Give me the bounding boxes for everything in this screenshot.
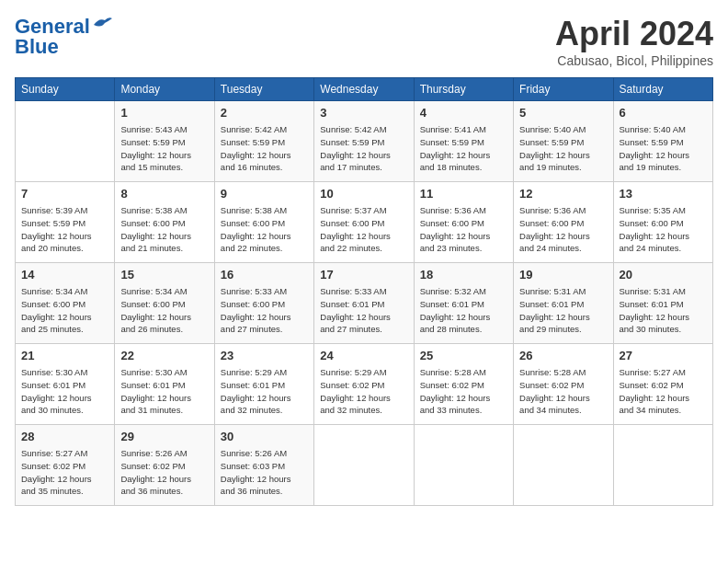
weekday-header-thursday: Thursday (414, 78, 513, 101)
day-number: 10 (320, 186, 407, 202)
calendar-cell: 21Sunrise: 5:30 AMSunset: 6:01 PMDayligh… (16, 344, 115, 425)
title-block: April 2024 Cabusao, Bicol, Philippines (555, 15, 713, 68)
day-number: 7 (21, 186, 108, 202)
day-number: 19 (519, 267, 607, 283)
day-number: 17 (320, 267, 407, 283)
weekday-header-tuesday: Tuesday (214, 78, 313, 101)
calendar-cell: 24Sunrise: 5:29 AMSunset: 6:02 PMDayligh… (314, 344, 414, 425)
day-number: 20 (620, 267, 707, 283)
day-info: Sunrise: 5:35 AMSunset: 6:00 PMDaylight:… (620, 204, 707, 255)
day-number: 8 (120, 186, 208, 202)
weekday-header-friday: Friday (514, 78, 613, 101)
day-info: Sunrise: 5:34 AMSunset: 6:00 PMDaylight:… (120, 285, 208, 336)
day-info: Sunrise: 5:29 AMSunset: 6:02 PMDaylight:… (320, 366, 407, 417)
calendar-cell: 20Sunrise: 5:31 AMSunset: 6:01 PMDayligh… (613, 263, 712, 344)
day-number: 14 (21, 267, 108, 283)
calendar-cell: 15Sunrise: 5:34 AMSunset: 6:00 PMDayligh… (115, 263, 214, 344)
day-number: 28 (21, 429, 108, 445)
weekday-header-sunday: Sunday (16, 78, 115, 101)
page-header: General Blue April 2024 Cabusao, Bicol, … (15, 15, 713, 68)
day-number: 23 (221, 348, 308, 364)
day-number: 27 (620, 348, 707, 364)
calendar-cell: 23Sunrise: 5:29 AMSunset: 6:01 PMDayligh… (214, 344, 313, 425)
day-number: 4 (420, 105, 507, 121)
calendar-table: SundayMondayTuesdayWednesdayThursdayFrid… (15, 77, 713, 506)
day-info: Sunrise: 5:29 AMSunset: 6:01 PMDaylight:… (221, 366, 308, 417)
day-info: Sunrise: 5:38 AMSunset: 6:00 PMDaylight:… (221, 204, 308, 255)
day-number: 29 (120, 429, 208, 445)
day-info: Sunrise: 5:30 AMSunset: 6:01 PMDaylight:… (21, 366, 108, 417)
day-info: Sunrise: 5:28 AMSunset: 6:02 PMDaylight:… (519, 366, 607, 417)
day-info: Sunrise: 5:31 AMSunset: 6:01 PMDaylight:… (620, 285, 707, 336)
calendar-cell: 4Sunrise: 5:41 AMSunset: 5:59 PMDaylight… (414, 101, 513, 182)
day-info: Sunrise: 5:37 AMSunset: 6:00 PMDaylight:… (320, 204, 407, 255)
weekday-header-monday: Monday (115, 78, 214, 101)
day-number: 24 (320, 348, 407, 364)
day-info: Sunrise: 5:41 AMSunset: 5:59 PMDaylight:… (420, 123, 507, 174)
calendar-cell: 2Sunrise: 5:42 AMSunset: 5:59 PMDaylight… (214, 101, 313, 182)
day-info: Sunrise: 5:26 AMSunset: 6:03 PMDaylight:… (221, 447, 308, 498)
day-info: Sunrise: 5:40 AMSunset: 5:59 PMDaylight:… (519, 123, 607, 174)
day-info: Sunrise: 5:28 AMSunset: 6:02 PMDaylight:… (420, 366, 507, 417)
calendar-cell (16, 101, 115, 182)
day-number: 25 (420, 348, 507, 364)
day-number: 2 (221, 105, 308, 121)
location: Cabusao, Bicol, Philippines (555, 53, 713, 68)
day-number: 18 (420, 267, 507, 283)
calendar-cell: 28Sunrise: 5:27 AMSunset: 6:02 PMDayligh… (16, 425, 115, 506)
day-info: Sunrise: 5:33 AMSunset: 6:01 PMDaylight:… (320, 285, 407, 336)
day-number: 11 (420, 186, 507, 202)
calendar-cell: 1Sunrise: 5:43 AMSunset: 5:59 PMDaylight… (115, 101, 214, 182)
day-info: Sunrise: 5:38 AMSunset: 6:00 PMDaylight:… (120, 204, 208, 255)
calendar-cell: 19Sunrise: 5:31 AMSunset: 6:01 PMDayligh… (514, 263, 613, 344)
calendar-week-row: 28Sunrise: 5:27 AMSunset: 6:02 PMDayligh… (16, 425, 713, 506)
day-info: Sunrise: 5:43 AMSunset: 5:59 PMDaylight:… (120, 123, 208, 174)
day-number: 22 (120, 348, 208, 364)
calendar-cell: 22Sunrise: 5:30 AMSunset: 6:01 PMDayligh… (115, 344, 214, 425)
calendar-week-row: 7Sunrise: 5:39 AMSunset: 5:59 PMDaylight… (16, 182, 713, 263)
day-number: 5 (519, 105, 607, 121)
day-info: Sunrise: 5:30 AMSunset: 6:01 PMDaylight:… (120, 366, 208, 417)
calendar-cell (414, 425, 513, 506)
day-info: Sunrise: 5:39 AMSunset: 5:59 PMDaylight:… (21, 204, 108, 255)
logo: General Blue (15, 15, 112, 59)
weekday-header-row: SundayMondayTuesdayWednesdayThursdayFrid… (16, 78, 713, 101)
day-number: 15 (120, 267, 208, 283)
calendar-cell: 11Sunrise: 5:36 AMSunset: 6:00 PMDayligh… (414, 182, 513, 263)
day-info: Sunrise: 5:42 AMSunset: 5:59 PMDaylight:… (221, 123, 308, 174)
day-info: Sunrise: 5:32 AMSunset: 6:01 PMDaylight:… (420, 285, 507, 336)
calendar-cell: 8Sunrise: 5:38 AMSunset: 6:00 PMDaylight… (115, 182, 214, 263)
day-info: Sunrise: 5:33 AMSunset: 6:00 PMDaylight:… (221, 285, 308, 336)
day-number: 6 (620, 105, 707, 121)
calendar-cell: 26Sunrise: 5:28 AMSunset: 6:02 PMDayligh… (514, 344, 613, 425)
calendar-cell: 17Sunrise: 5:33 AMSunset: 6:01 PMDayligh… (314, 263, 414, 344)
day-info: Sunrise: 5:26 AMSunset: 6:02 PMDaylight:… (120, 447, 208, 498)
day-info: Sunrise: 5:40 AMSunset: 5:59 PMDaylight:… (620, 123, 707, 174)
calendar-cell: 27Sunrise: 5:27 AMSunset: 6:02 PMDayligh… (613, 344, 712, 425)
day-info: Sunrise: 5:27 AMSunset: 6:02 PMDaylight:… (21, 447, 108, 498)
day-number: 12 (519, 186, 607, 202)
day-number: 26 (519, 348, 607, 364)
day-number: 9 (221, 186, 308, 202)
calendar-cell: 13Sunrise: 5:35 AMSunset: 6:00 PMDayligh… (613, 182, 712, 263)
logo-bird-icon (92, 16, 112, 32)
day-number: 1 (120, 105, 208, 121)
calendar-cell (314, 425, 414, 506)
calendar-cell: 16Sunrise: 5:33 AMSunset: 6:00 PMDayligh… (214, 263, 313, 344)
day-number: 3 (320, 105, 407, 121)
calendar-cell: 25Sunrise: 5:28 AMSunset: 6:02 PMDayligh… (414, 344, 513, 425)
day-number: 21 (21, 348, 108, 364)
calendar-cell: 30Sunrise: 5:26 AMSunset: 6:03 PMDayligh… (214, 425, 313, 506)
day-info: Sunrise: 5:42 AMSunset: 5:59 PMDaylight:… (320, 123, 407, 174)
weekday-header-wednesday: Wednesday (314, 78, 414, 101)
day-info: Sunrise: 5:34 AMSunset: 6:00 PMDaylight:… (21, 285, 108, 336)
calendar-cell: 5Sunrise: 5:40 AMSunset: 5:59 PMDaylight… (514, 101, 613, 182)
month-title: April 2024 (555, 15, 713, 53)
calendar-week-row: 1Sunrise: 5:43 AMSunset: 5:59 PMDaylight… (16, 101, 713, 182)
calendar-cell: 12Sunrise: 5:36 AMSunset: 6:00 PMDayligh… (514, 182, 613, 263)
day-info: Sunrise: 5:27 AMSunset: 6:02 PMDaylight:… (620, 366, 707, 417)
calendar-cell: 6Sunrise: 5:40 AMSunset: 5:59 PMDaylight… (613, 101, 712, 182)
day-number: 16 (221, 267, 308, 283)
calendar-cell: 29Sunrise: 5:26 AMSunset: 6:02 PMDayligh… (115, 425, 214, 506)
day-number: 13 (620, 186, 707, 202)
